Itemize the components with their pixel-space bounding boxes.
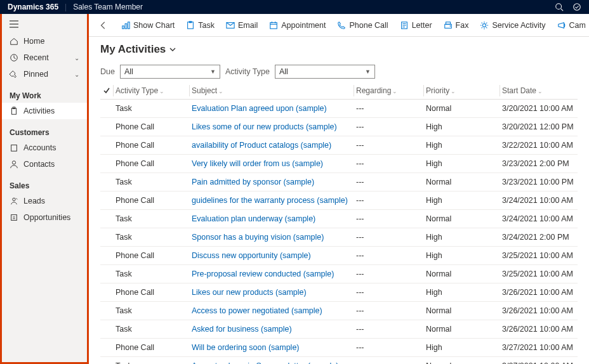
cell-start-date: 3/24/2021 10:00 AM (500, 210, 578, 228)
cell-activity-type: Phone Call (113, 155, 189, 173)
view-title: My Activities (100, 43, 166, 56)
row-checkbox[interactable] (100, 228, 113, 247)
sidebar-item-opportunities[interactable]: Opportunities (2, 209, 87, 226)
table-row[interactable]: Task Pain admitted by sponsor (sample) -… (100, 173, 578, 192)
col-priority[interactable]: Priority⌄ (423, 82, 500, 100)
phone-icon (337, 21, 346, 30)
sidebar-item-activities[interactable]: Activities (2, 103, 87, 119)
cell-subject[interactable]: Pain admitted by sponsor (sample) (189, 173, 354, 192)
table-row[interactable]: Task Evaluation Plan agreed upon (sample… (100, 100, 578, 118)
cmd-task[interactable]: Task (180, 17, 220, 34)
due-select[interactable]: All ▼ (120, 65, 220, 79)
table-row[interactable]: Phone Call Likes our new products (sampl… (100, 283, 578, 302)
table-row[interactable]: Task Sponsor has a buying vision (sample… (100, 228, 578, 247)
table-row[interactable]: Task Evaluation plan underway (sample) -… (100, 210, 578, 228)
home-icon (10, 37, 18, 46)
view-selector[interactable]: My Activities (100, 43, 578, 56)
cmd-campaign-response[interactable]: Campaign Response (552, 17, 586, 34)
cell-activity-type: Task (113, 320, 189, 339)
sidebar-item-leads[interactable]: Leads (2, 193, 87, 209)
row-checkbox[interactable] (100, 320, 113, 339)
cmd-fax[interactable]: Fax (438, 17, 475, 34)
hamburger-icon[interactable] (2, 18, 87, 33)
cell-activity-type: Phone Call (113, 192, 189, 210)
cell-subject[interactable]: Evaluation plan underway (sample) (189, 210, 354, 228)
nav-pinned[interactable]: Pinned⌄ (2, 66, 87, 82)
cell-subject[interactable]: Access to power negotiated (sample) (189, 302, 354, 320)
table-row[interactable]: Phone Call guidelines for the warranty p… (100, 192, 578, 210)
sidebar-item-contacts[interactable]: Contacts (2, 156, 87, 172)
row-checkbox[interactable] (100, 192, 113, 210)
nav-home[interactable]: Home (2, 33, 87, 49)
row-checkbox[interactable] (100, 339, 113, 357)
cell-subject[interactable]: Will be ordering soon (sample) (189, 339, 354, 357)
table-row[interactable]: Phone Call availability of Product catal… (100, 136, 578, 155)
cell-subject[interactable]: Sponsor has a buying vision (sample) (189, 228, 354, 247)
lead-icon (10, 197, 18, 205)
group-sales: Sales (2, 172, 87, 193)
cell-activity-type: Phone Call (113, 283, 189, 302)
row-checkbox[interactable] (100, 118, 113, 136)
table-row[interactable]: Phone Call Likes some of our new product… (100, 118, 578, 136)
cell-start-date: 3/26/2021 10:00 AM (500, 320, 578, 339)
col-regarding[interactable]: Regarding⌄ (354, 82, 423, 100)
row-checkbox[interactable] (100, 302, 113, 320)
cell-activity-type: Task (113, 357, 189, 365)
cell-subject[interactable]: Very likely will order from us (sample) (189, 155, 354, 173)
cell-priority: Normal (423, 320, 500, 339)
cmd-show-chart[interactable]: Show Chart (116, 17, 180, 34)
cell-subject[interactable]: Agree to above in Sponsor letter (sample… (189, 357, 354, 365)
col-subject[interactable]: Subject⌄ (189, 82, 354, 100)
table-row[interactable]: Task Pre-proposal review conducted (samp… (100, 265, 578, 283)
cell-regarding: --- (354, 357, 423, 365)
sort-icon: ⌄ (392, 88, 397, 94)
row-checkbox[interactable] (100, 283, 113, 302)
table-row[interactable]: Task Access to power negotiated (sample)… (100, 302, 578, 320)
row-checkbox[interactable] (100, 247, 113, 265)
cmd-appointment[interactable]: Appointment (263, 17, 331, 34)
table-row[interactable]: Phone Call Discuss new opportunity (samp… (100, 247, 578, 265)
sidebar-item-accounts[interactable]: Accounts (2, 140, 87, 156)
row-checkbox[interactable] (100, 155, 113, 173)
table-row[interactable]: Task Asked for business (sample) --- Nor… (100, 320, 578, 339)
cell-activity-type: Phone Call (113, 247, 189, 265)
cell-subject[interactable]: Likes our new products (sample) (189, 283, 354, 302)
row-checkbox[interactable] (100, 136, 113, 155)
table-row[interactable]: Phone Call Very likely will order from u… (100, 155, 578, 173)
svg-rect-16 (11, 215, 17, 221)
row-checkbox[interactable] (100, 100, 113, 118)
opp-icon (10, 213, 18, 222)
row-checkbox[interactable] (100, 173, 113, 192)
cmd-email[interactable]: Email (220, 17, 263, 34)
cell-subject[interactable]: Likes some of our new products (sample) (189, 118, 354, 136)
col-activity-type[interactable]: Activity Type⌄ (113, 82, 189, 100)
cmd-letter[interactable]: Letter (394, 17, 438, 34)
col-start-date[interactable]: Start Date⌄ (500, 82, 578, 100)
cmd-phone-call[interactable]: Phone Call (331, 17, 394, 34)
table-row[interactable]: Phone Call Will be ordering soon (sample… (100, 339, 578, 357)
assistant-icon[interactable] (572, 3, 581, 11)
cmd-service-activity[interactable]: Service Activity (474, 17, 551, 34)
cmd-label: Letter (412, 21, 432, 30)
cell-subject[interactable]: Asked for business (sample) (189, 320, 354, 339)
cmd-label: Phone Call (349, 21, 388, 30)
cell-start-date: 3/23/2021 2:00 PM (500, 155, 578, 173)
cell-subject[interactable]: guidelines for the warranty process (sam… (189, 192, 354, 210)
cell-activity-type: Task (113, 173, 189, 192)
row-checkbox[interactable] (100, 265, 113, 283)
group-customers: Customers (2, 119, 87, 140)
cell-subject[interactable]: Discuss new opportunity (sample) (189, 247, 354, 265)
cell-subject[interactable]: availability of Product catalogs (sample… (189, 136, 354, 155)
row-checkbox[interactable] (100, 357, 113, 365)
back-button[interactable] (93, 17, 114, 34)
sort-icon: ⌄ (159, 88, 164, 94)
row-checkbox[interactable] (100, 210, 113, 228)
cell-subject[interactable]: Evaluation Plan agreed upon (sample) (189, 100, 354, 118)
cell-subject[interactable]: Pre-proposal review conducted (sample) (189, 265, 354, 283)
select-all-checkbox[interactable] (100, 82, 113, 100)
activity-type-select[interactable]: All ▼ (275, 65, 375, 79)
table-row[interactable]: Task Agree to above in Sponsor letter (s… (100, 357, 578, 365)
search-icon[interactable] (555, 3, 564, 11)
cell-start-date: 3/26/2021 10:00 AM (500, 302, 578, 320)
nav-recent[interactable]: Recent⌄ (2, 49, 87, 66)
